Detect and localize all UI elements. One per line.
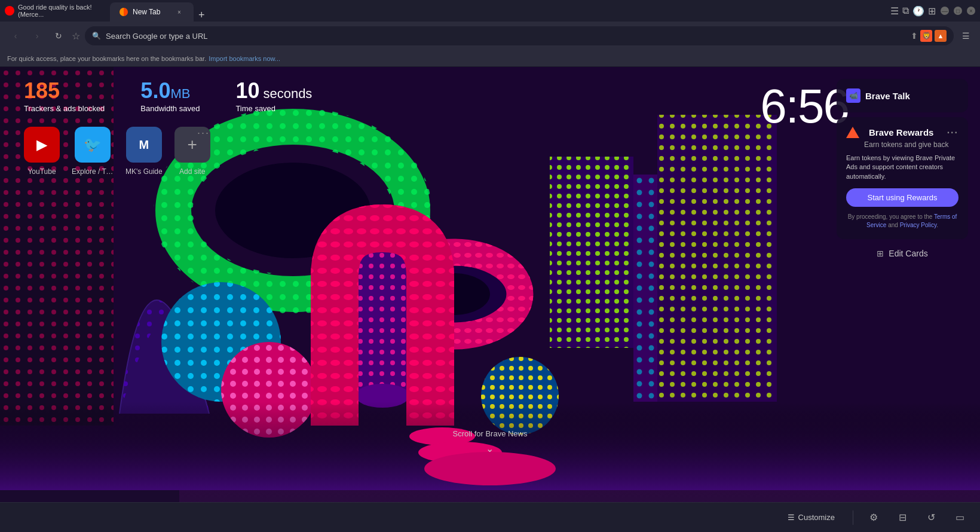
scroll-text: Scroll for Brave News — [453, 429, 528, 438]
brave-rewards-menu-btn[interactable]: ··· — [947, 127, 958, 138]
history-toolbar-btn[interactable]: ↺ — [923, 509, 939, 526]
fav-more-btn[interactable]: ··· — [197, 127, 210, 139]
tab-close-btn[interactable]: × — [174, 7, 184, 17]
trackers-label: Trackers & ads blocked — [24, 104, 105, 113]
active-tab[interactable]: New Tab × — [110, 2, 194, 22]
search-icon: 🔍 — [92, 32, 101, 40]
time-stat: 10seconds Time saved — [235, 79, 312, 113]
bandwidth-number: 5.0MB — [140, 79, 200, 103]
clock-display: 6:56 — [760, 79, 849, 134]
start-rewards-btn[interactable]: Start using Rewards — [846, 188, 958, 207]
svg-rect-16 — [550, 157, 633, 348]
privacy-policy-link[interactable]: Privacy Policy — [900, 222, 937, 228]
customize-icon: ☰ — [788, 513, 795, 522]
time-label: Time saved — [235, 104, 312, 113]
settings-icon: ⚙ — [869, 512, 878, 523]
bandwidth-stat: 5.0MB Bandwidth saved — [140, 79, 200, 113]
navigation-bar: ‹ › ↻ ☆ 🔍 Search Google or type a URL ⬆ … — [0, 22, 980, 50]
bottom-toolbar: ☰ Customize ⚙ ⊟ ↺ ▭ — [0, 502, 980, 532]
brave-talk-title: Brave Talk — [865, 91, 910, 101]
fav-twitter[interactable]: 🐦 Explore / Twi... — [72, 127, 114, 176]
brave-rewards-subtitle: Earn tokens and give back — [864, 140, 958, 149]
import-bookmarks-link[interactable]: Import bookmarks now... — [209, 55, 280, 62]
split-view-icon[interactable]: ⧉ — [902, 5, 909, 16]
bookmark-toolbar-btn[interactable]: ⊟ — [894, 509, 911, 526]
address-bar-right: ⬆ 🦁 ▲ — [911, 30, 947, 42]
brave-talk-header: 📹 Brave Talk — [846, 88, 958, 103]
minimize-btn[interactable]: — — [941, 7, 949, 15]
trackers-stat: 185 Trackers & ads blocked — [24, 79, 105, 113]
svg-point-41 — [424, 452, 556, 485]
customize-btn[interactable]: ☰ Customize — [782, 509, 841, 525]
new-tab-content: 185 Trackers & ads blocked 5.0MB Bandwid… — [0, 67, 980, 490]
youtube-label: YouTube — [27, 167, 56, 176]
brave-rewards-title: Brave Rewards — [869, 127, 933, 137]
mk-guide-icon: M — [126, 127, 162, 163]
edit-cards-icon: ⊞ — [877, 249, 884, 258]
customize-label: Customize — [798, 513, 835, 522]
nav-right-buttons: ☰ — [958, 29, 973, 43]
title-bar-media: Good ride quality is back! (Merce... — [5, 4, 100, 18]
tab-title: New Tab — [133, 8, 160, 16]
forward-btn[interactable]: › — [29, 27, 45, 44]
media-title: Good ride quality is back! (Merce... — [18, 4, 100, 18]
bookmark-star-btn[interactable]: ☆ — [72, 30, 80, 42]
svg-rect-3 — [0, 67, 114, 426]
share-icon[interactable]: ⬆ — [911, 31, 918, 41]
edit-cards-label: Edit Cards — [889, 249, 927, 258]
youtube-icon: ▶ — [24, 127, 60, 163]
title-bar-right: ☰ ⧉ 🕐 ⊞ — [890, 5, 936, 17]
favorite-sites: ▶ YouTube 🐦 Explore / Twi... M MK's Guid… — [24, 127, 210, 176]
scroll-arrow-icon: ⌄ — [453, 443, 528, 454]
extensions-icon[interactable]: ⊞ — [928, 5, 936, 17]
address-text: Search Google or type a URL — [106, 32, 906, 41]
tab-bar: New Tab × + — [110, 0, 886, 22]
fav-youtube[interactable]: ▶ YouTube — [24, 127, 60, 176]
settings-toolbar-btn[interactable]: ⚙ — [865, 509, 882, 526]
browser-chrome: Good ride quality is back! (Merce... New… — [0, 0, 980, 67]
bandwidth-label: Bandwidth saved — [140, 104, 200, 113]
brave-talk-icon: 📹 — [846, 88, 860, 103]
history-toolbar-icon: ↺ — [927, 512, 935, 523]
new-tab-btn[interactable]: + — [194, 9, 210, 22]
close-btn[interactable]: × — [967, 7, 975, 15]
trackers-number: 185 — [24, 79, 105, 103]
brave-rewards-description: Earn tokens by viewing Brave Private Ads… — [846, 154, 958, 181]
brave-shield-icon[interactable]: 🦁 — [920, 30, 932, 42]
time-number: 10seconds — [235, 79, 312, 103]
scroll-indicator: Scroll for Brave News ⌄ — [453, 429, 528, 454]
brave-rewards-nav-icon[interactable]: ▲ — [935, 30, 947, 42]
address-bar[interactable]: 🔍 Search Google or type a URL ⬆ 🦁 ▲ — [85, 26, 954, 45]
mk-guide-label: MK's Guide — [125, 167, 163, 176]
fullscreen-icon: ▭ — [956, 512, 964, 523]
maximize-btn[interactable]: □ — [954, 7, 962, 15]
brave-rewards-header: Brave Rewards ··· — [846, 127, 958, 138]
stats-bar: 185 Trackers & ads blocked 5.0MB Bandwid… — [24, 79, 312, 113]
add-site-label: Add site — [179, 167, 205, 176]
tab-favicon — [120, 8, 128, 16]
media-playing-icon — [5, 6, 14, 16]
toolbar-divider — [853, 510, 853, 525]
twitter-icon: 🐦 — [75, 127, 111, 163]
fullscreen-toolbar-btn[interactable]: ▭ — [951, 509, 968, 526]
bookmark-toolbar-icon: ⊟ — [899, 512, 906, 523]
twitter-label: Explore / Twi... — [72, 167, 114, 176]
history-icon[interactable]: 🕐 — [912, 5, 924, 17]
brave-talk-card: 📹 Brave Talk — [837, 79, 968, 112]
bookmarks-bar: For quick access, place your bookmarks h… — [0, 50, 980, 67]
rewards-tos: By proceeding, you agree to the Terms of… — [846, 213, 958, 230]
brave-rewards-card: Brave Rewards ··· Earn tokens and give b… — [837, 117, 968, 239]
sidebar-toggle-icon[interactable]: ☰ — [890, 5, 899, 17]
back-btn[interactable]: ‹ — [7, 27, 24, 44]
refresh-btn[interactable]: ↻ — [50, 27, 67, 44]
window-controls: — □ × — [941, 7, 975, 15]
brave-rewards-icon — [846, 127, 859, 138]
nav-menu-btn[interactable]: ☰ — [958, 29, 973, 43]
fav-mk-guide[interactable]: M MK's Guide — [125, 127, 163, 176]
title-bar: Good ride quality is back! (Merce... New… — [0, 0, 980, 22]
edit-cards-btn[interactable]: ⊞ Edit Cards — [837, 244, 968, 263]
right-panel: 📹 Brave Talk Brave Rewards ··· Earn toke… — [837, 79, 968, 263]
bookmarks-hint-text: For quick access, place your bookmarks h… — [7, 55, 206, 62]
svg-rect-22 — [657, 115, 777, 402]
